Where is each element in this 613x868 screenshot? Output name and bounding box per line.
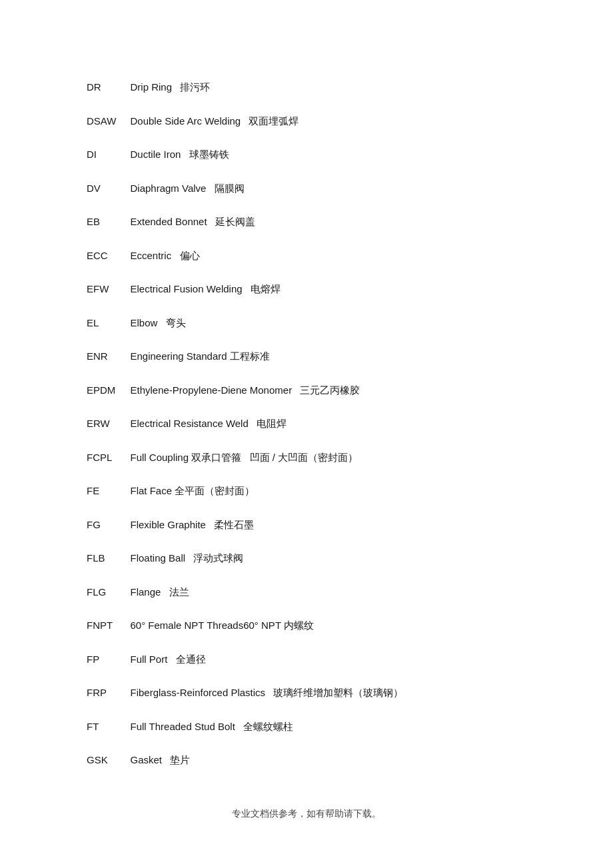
term-abbrev-ecc: ECC — [87, 248, 120, 264]
term-chinese-epdm: 三元乙丙橡胶 — [295, 383, 360, 398]
term-row-dsaw: DSAW Double Side Arc Welding 双面埋弧焊 — [87, 114, 526, 129]
term-english-enr: Engineering Standard 工程标准 — [131, 349, 270, 364]
term-abbrev-fe: FE — [87, 484, 120, 499]
term-abbrev-flg: FLG — [87, 585, 120, 600]
term-row-fe: FE Flat Face 全平面（密封面） — [87, 484, 526, 499]
term-row-fcpl: FCPL Full Coupling 双承口管箍 凹面 / 大凹面（密封面） — [87, 450, 526, 466]
term-chinese-fcpl: 凹面 / 大凹面（密封面） — [244, 450, 358, 466]
term-abbrev-dr: DR — [87, 80, 120, 95]
term-abbrev-dv: DV — [87, 181, 120, 197]
term-chinese-ft: 全螺纹螺柱 — [238, 719, 293, 735]
term-english-dsaw: Double Side Arc Welding — [131, 114, 241, 129]
term-abbrev-el: EL — [87, 316, 120, 331]
term-abbrev-eb: EB — [87, 215, 120, 230]
term-english-el: Elbow — [131, 316, 158, 331]
term-abbrev-frp: FRP — [87, 685, 120, 701]
term-chinese-flb: 浮动式球阀 — [188, 551, 243, 566]
term-row-efw: EFW Electrical Fusion Welding 电熔焊 — [87, 282, 526, 297]
term-row-dr: DR Drip Ring 排污环 — [87, 80, 526, 95]
term-english-epdm: Ethylene-Propylene-Diene Monomer — [131, 383, 293, 398]
term-chinese-dv: 隔膜阀 — [209, 181, 244, 197]
term-chinese-flg: 法兰 — [163, 585, 189, 600]
term-abbrev-fp: FP — [87, 652, 120, 667]
term-english-di: Ductile Iron — [131, 147, 181, 163]
term-chinese-frp: 玻璃纤维增加塑料（玻璃钢） — [268, 685, 403, 701]
term-english-fcpl: Full Coupling 双承口管箍 — [131, 450, 242, 466]
term-chinese-di: 球墨铸铁 — [183, 147, 229, 163]
term-row-ft: FT Full Threaded Stud Bolt 全螺纹螺柱 — [87, 719, 526, 735]
term-abbrev-fg: FG — [87, 518, 120, 533]
term-chinese-ecc: 偏心 — [174, 248, 199, 264]
term-row-di: DI Ductile Iron 球墨铸铁 — [87, 147, 526, 163]
term-abbrev-gsk: GSK — [87, 753, 120, 768]
term-abbrev-fnpt: FNPT — [87, 618, 120, 634]
term-chinese-gsk: 垫片 — [165, 753, 190, 768]
footer-text: 专业文档供参考，如有帮助请下载。 — [87, 808, 526, 820]
term-abbrev-efw: EFW — [87, 282, 120, 297]
term-english-erw: Electrical Resistance Weld — [131, 416, 249, 432]
term-abbrev-fcpl: FCPL — [87, 450, 120, 466]
term-abbrev-erw: ERW — [87, 416, 120, 432]
term-chinese-dr: 排污环 — [175, 80, 210, 95]
term-row-eb: EB Extended Bonnet 延长阀盖 — [87, 215, 526, 230]
term-english-efw: Electrical Fusion Welding — [131, 282, 243, 297]
term-english-fe: Flat Face 全平面（密封面） — [131, 484, 255, 499]
term-english-ecc: Eccentric — [131, 248, 172, 264]
term-abbrev-di: DI — [87, 147, 120, 163]
term-chinese-erw: 电阻焊 — [251, 416, 287, 432]
term-abbrev-ft: FT — [87, 719, 120, 735]
term-row-flb: FLB Floating Ball 浮动式球阀 — [87, 551, 526, 566]
term-english-gsk: Gasket — [131, 753, 163, 768]
term-english-fnpt: 60° Female NPT Threads60° NPT 内螺纹 — [131, 618, 314, 634]
term-chinese-fg: 柔性石墨 — [209, 518, 254, 533]
term-row-ecc: ECC Eccentric 偏心 — [87, 248, 526, 264]
term-row-dv: DV Diaphragm Valve 隔膜阀 — [87, 181, 526, 197]
term-english-dv: Diaphragm Valve — [131, 181, 207, 197]
term-english-frp: Fiberglass-Reinforced Plastics — [131, 685, 266, 701]
term-english-flg: Flange — [131, 585, 161, 600]
term-english-fg: Flexible Graphite — [131, 518, 206, 533]
term-chinese-efw: 电熔焊 — [245, 282, 281, 297]
term-chinese-fp: 全通径 — [170, 652, 205, 667]
term-chinese-eb: 延长阀盖 — [210, 215, 255, 230]
term-english-dr: Drip Ring — [131, 80, 173, 95]
term-row-flg: FLG Flange 法兰 — [87, 585, 526, 600]
term-row-erw: ERW Electrical Resistance Weld 电阻焊 — [87, 416, 526, 432]
term-abbrev-enr: ENR — [87, 349, 120, 364]
term-row-fnpt: FNPT 60° Female NPT Threads60° NPT 内螺纹 — [87, 618, 526, 634]
term-row-fp: FP Full Port 全通径 — [87, 652, 526, 667]
term-row-enr: ENR Engineering Standard 工程标准 — [87, 349, 526, 364]
term-english-ft: Full Threaded Stud Bolt — [131, 719, 235, 735]
term-english-fp: Full Port — [131, 652, 168, 667]
term-chinese-dsaw: 双面埋弧焊 — [243, 114, 299, 129]
term-row-epdm: EPDM Ethylene-Propylene-Diene Monomer 三元… — [87, 383, 526, 398]
term-english-eb: Extended Bonnet — [131, 215, 207, 230]
term-row-el: EL Elbow 弯头 — [87, 316, 526, 331]
term-abbrev-epdm: EPDM — [87, 383, 120, 398]
term-row-gsk: GSK Gasket 垫片 — [87, 753, 526, 768]
term-abbrev-flb: FLB — [87, 551, 120, 566]
term-row-fg: FG Flexible Graphite 柔性石墨 — [87, 518, 526, 533]
term-chinese-el: 弯头 — [160, 316, 185, 331]
term-row-frp: FRP Fiberglass-Reinforced Plastics 玻璃纤维增… — [87, 685, 526, 701]
term-english-flb: Floating Ball — [131, 551, 186, 566]
term-abbrev-dsaw: DSAW — [87, 114, 120, 129]
